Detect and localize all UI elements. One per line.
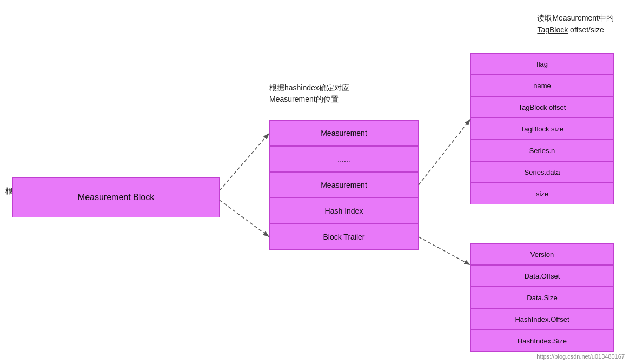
right-top-box-6: size — [470, 183, 614, 204]
diagram: 读取Measurement中的 TagBlock offset/size 根据i… — [0, 0, 630, 364]
right-top-box-5: Series.data — [470, 161, 614, 183]
right-top-box-2: TagBlock offset — [470, 96, 614, 118]
right-bottom-box-3: HashIndex.Offset — [470, 308, 614, 330]
middle-box-0: Measurement — [269, 120, 419, 146]
right-top-box-0: flag — [470, 53, 614, 75]
watermark: https://blog.csdn.net/u013480167 — [536, 353, 625, 360]
arrow-middle-to-right-bottom — [419, 237, 470, 265]
right-top-box-4: Series.n — [470, 140, 614, 161]
middle-box-1: ...... — [269, 146, 419, 172]
measurement-block-box: Measurement Block — [12, 177, 220, 217]
arrow-left-to-middle-top — [220, 133, 269, 190]
middle-box-2: Measurement — [269, 172, 419, 198]
right-bottom-box-2: Data.Size — [470, 287, 614, 308]
arrow-left-to-middle-bottom — [220, 200, 269, 237]
right-top-box-3: TagBlock size — [470, 118, 614, 140]
annotation-top-right: 读取Measurement中的 TagBlock offset/size — [537, 12, 614, 36]
right-bottom-box-0: Version — [470, 243, 614, 265]
arrow-middle-to-right-top — [419, 119, 470, 185]
middle-box-4: Block Trailer — [269, 224, 419, 250]
annotation-top-right-line2: TagBlock — [537, 25, 568, 34]
right-bottom-box-4: HashIndex.Size — [470, 330, 614, 352]
middle-box-3: Hash Index — [269, 198, 419, 224]
annotation-top-right-line1: 读取Measurement中的 — [537, 14, 614, 22]
right-bottom-box-1: Data.Offset — [470, 265, 614, 287]
annotation-top-right-line2b: offset/size — [568, 25, 604, 34]
annotation-middle: 根据hashindex确定对应 Measurement的位置 — [269, 82, 349, 105]
right-top-box-1: name — [470, 75, 614, 96]
